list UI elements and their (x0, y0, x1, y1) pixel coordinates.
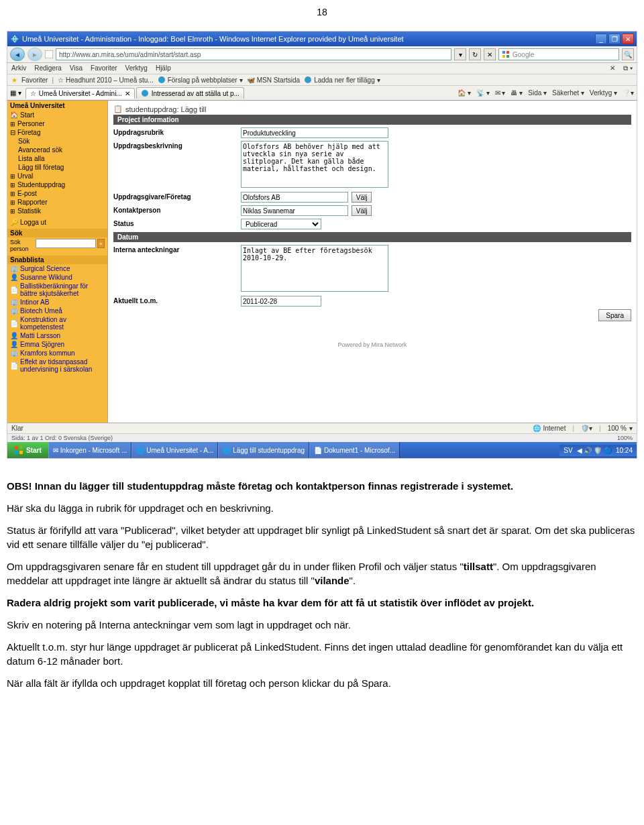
sidebar-logout[interactable]: 🔑 Logga ut (7, 218, 107, 227)
sidebar-studentuppdrag[interactable]: Studentuppdrag (7, 180, 107, 189)
menu-hjalp[interactable]: Hjälp (156, 64, 171, 72)
go-button[interactable]: ▾ (454, 48, 466, 60)
input-kontakt[interactable] (241, 205, 348, 216)
favorites-label[interactable]: Favoriter (21, 76, 48, 84)
p3: Status är förifylld att vara "Publicerad… (7, 523, 637, 551)
sok-person-input[interactable] (36, 239, 96, 248)
tool-verktyg[interactable]: Verktyg ▾ (590, 89, 617, 97)
sidebar-foretag[interactable]: ⊟ Företag (7, 128, 107, 137)
sidebar-brand: Umeå Universitet (7, 101, 107, 111)
tray-lang[interactable]: SV (564, 447, 572, 454)
snabb-emma[interactable]: 👤 Emma Sjögren (7, 340, 107, 349)
maximize-button[interactable]: ❐ (608, 34, 621, 44)
tab-close-icon[interactable]: ✕ (610, 64, 615, 72)
task-dokument[interactable]: 📄 Dokument1 - Microsof... (309, 442, 400, 458)
minimize-button[interactable]: _ (595, 34, 607, 44)
menu-redigera[interactable]: Redigera (34, 64, 62, 72)
task-inkorgen[interactable]: ✉ Inkorgen - Microsoft ... (48, 442, 131, 458)
fav-headhunt[interactable]: ☆ Headhunt 2010 – Umeå stu... (58, 76, 154, 84)
powered-by: Powered by Mira Network (113, 341, 631, 348)
print-icon[interactable]: 🖶 ▾ (511, 89, 523, 97)
search-placeholder: Google (513, 51, 534, 58)
feed-icon[interactable]: 📡 ▾ (476, 89, 490, 97)
snabb-surgical[interactable]: 🏢 Surgical Science (7, 264, 107, 273)
textarea-interna[interactable]: Inlagt av BE efter företagsbesök 2010-10… (241, 245, 388, 292)
snabb-susanne[interactable]: 👤 Susanne Wiklund (7, 273, 107, 282)
sidebar-foretag-lagg[interactable]: Lägg till företag (7, 163, 107, 172)
back-button[interactable]: ◄ (10, 48, 25, 61)
menu-arkiv[interactable]: Arkiv (11, 64, 26, 72)
fav-msn[interactable]: 🦋 MSN Startsida (247, 76, 300, 84)
label-interna: Interna anteckningar (113, 245, 241, 254)
address-bar: ◄ ► http://www.an.mira.se/umu/admin/star… (7, 46, 637, 63)
tool-sida[interactable]: Sida ▾ (528, 89, 547, 97)
snabb-effekt[interactable]: 📄 Effekt av tidsanpassad undervisning i … (7, 358, 107, 374)
url-input[interactable]: http://www.an.mira.se/umu/admin/start/st… (56, 48, 451, 60)
input-rubrik[interactable] (241, 127, 388, 138)
search-button[interactable]: 🔍 (622, 48, 634, 60)
ie-tab-1[interactable]: ☆ Umeå Universitet - Admini... ✕ (25, 88, 135, 99)
sidebar-start[interactable]: 🏠 Start (7, 111, 107, 119)
zoom-label[interactable]: 100 % (608, 425, 627, 432)
tool-sakerhet[interactable]: Säkerhet ▾ (552, 89, 584, 97)
windows-taskbar: Start ✉ Inkorgen - Microsoft ... 🌐 Umeå … (7, 442, 637, 458)
menu-favoriter[interactable]: Favoriter (91, 64, 117, 72)
svg-rect-12 (19, 451, 23, 454)
valj-foretag-button[interactable]: Välj (352, 192, 372, 203)
fav-forslag[interactable]: Förslag på webbplatser ▾ (158, 76, 243, 84)
close-button[interactable]: ✕ (622, 34, 634, 44)
sidebar-foretag-lista[interactable]: Lista alla (7, 154, 107, 163)
help-icon[interactable]: ❔▾ (623, 89, 634, 97)
svg-point-6 (158, 76, 165, 83)
sidebar-rapporter[interactable]: Rapporter (7, 198, 107, 207)
snabb-biotech[interactable]: 🏢 Biotech Umeå (7, 307, 107, 315)
internet-zone-icon: 🌐 (533, 425, 541, 432)
svg-rect-5 (506, 55, 509, 58)
sidebar-urval[interactable]: Urval (7, 172, 107, 180)
sidebar-personer[interactable]: Personer (7, 119, 107, 128)
menu-verktyg[interactable]: Verktyg (125, 64, 148, 72)
search-box[interactable]: Google (498, 48, 619, 60)
valj-kontakt-button[interactable]: Välj (352, 205, 372, 216)
tab-tools-icon[interactable]: ⧉ ▾ (623, 64, 633, 72)
sidebar-statistik[interactable]: Statistik (7, 207, 107, 215)
sok-go-button[interactable]: » (97, 239, 105, 248)
snabblista-header: Snabblista (7, 256, 107, 264)
menu-bar: Arkiv Redigera Visa Favoriter Verktyg Hj… (7, 63, 637, 74)
spara-button[interactable]: Spara (598, 309, 631, 321)
favorites-star-icon[interactable]: ★ (11, 76, 17, 84)
select-status[interactable]: Publicerad (241, 219, 321, 229)
snabb-matti[interactable]: 👤 Matti Larsson (7, 331, 107, 340)
ie-tab-2[interactable]: Intresserad av att ställa ut p... (136, 87, 244, 99)
tray-icons[interactable]: ◀ 🔊 🛡️ 🔵 (577, 447, 612, 454)
task-laggtill[interactable]: 🌐 Lägg till studentuppdrag (218, 442, 309, 458)
snabb-ballistik[interactable]: 📄 Ballistikberäkningar för bättre skjuts… (7, 282, 107, 298)
sidebar-foretag-sok[interactable]: Sök (7, 137, 107, 146)
task-umea[interactable]: 🌐 Umeå Universitet - A... (131, 442, 218, 458)
extra-status-text: Sida: 1 av 1 Ord: 0 Svenska (Sverige) (11, 435, 113, 441)
ie-titlebar: Umeå Universitet - Administration - Inlo… (7, 32, 637, 46)
input-foretag[interactable] (241, 192, 348, 203)
menu-visa[interactable]: Visa (70, 64, 83, 72)
snabb-konstruktion[interactable]: 📄 Konstruktion av kompetenstest (7, 315, 107, 331)
p8: När alla fält är ifyllda och uppdraget k… (7, 676, 637, 690)
refresh-button[interactable]: ↻ (469, 48, 481, 60)
label-kontakt: Kontaktperson (113, 205, 241, 214)
start-button[interactable]: Start (7, 442, 48, 458)
windows-logo-icon (14, 445, 23, 455)
svg-rect-11 (15, 451, 18, 454)
snabb-kramfors[interactable]: 🏢 Kramfors kommun (7, 349, 107, 358)
input-aktuellt[interactable] (241, 296, 321, 307)
stop-button[interactable]: ✕ (484, 48, 496, 60)
ie-icon (10, 34, 19, 44)
snabb-intinor[interactable]: 🏢 Intinor AB (7, 298, 107, 307)
tabs-icon[interactable]: ▦ ▾ (10, 89, 21, 97)
sidebar-epost[interactable]: E-post (7, 189, 107, 198)
mail-icon[interactable]: ✉ ▾ (495, 89, 506, 97)
home-icon[interactable]: 🏠 ▾ (458, 89, 471, 97)
p5-bold: Radera aldrig projekt som varit publicer… (7, 596, 637, 610)
sidebar-foretag-avancerad[interactable]: Avancerad sök (7, 146, 107, 154)
textarea-beskrivning[interactable]: Olofsfors AB behöver hjälp med att utvec… (241, 141, 388, 188)
forward-button[interactable]: ► (28, 48, 42, 61)
fav-ladda[interactable]: Ladda ner fler tillägg ▾ (304, 76, 380, 84)
